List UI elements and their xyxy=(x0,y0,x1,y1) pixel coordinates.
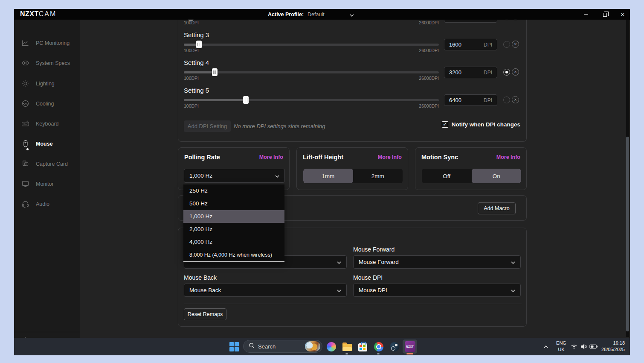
sidebar-item-pc-monitoring[interactable]: PC Monitoring xyxy=(14,33,80,53)
taskbar-microsoft-store[interactable] xyxy=(357,341,368,352)
polling-option-2000[interactable]: 2,000 Hz xyxy=(183,223,284,236)
dpi-value[interactable]: 800 xyxy=(449,20,458,20)
minimize-button[interactable] xyxy=(580,9,592,20)
motion-sync-title: Motion Sync xyxy=(421,154,458,161)
mouse-forward-label: Mouse Forward xyxy=(353,246,395,253)
taskbar-chrome[interactable] xyxy=(373,341,384,352)
language-indicator[interactable]: ENG UK xyxy=(554,340,569,353)
add-dpi-setting-button[interactable]: Add DPI Setting xyxy=(184,120,231,132)
tray-chevron-up[interactable] xyxy=(542,341,550,352)
dpi-value-field[interactable]: 1600 DPI xyxy=(444,39,497,50)
slider-max-label: 26000DPI xyxy=(184,20,439,25)
close-button[interactable]: × xyxy=(616,9,629,20)
dpi-value[interactable]: 1600 xyxy=(449,41,461,48)
remove-dpi-icon[interactable]: × xyxy=(512,68,519,76)
polling-rate-select[interactable]: 1,000 Hz xyxy=(184,169,285,183)
dpi-value[interactable]: 6400 xyxy=(449,97,461,103)
volume-muted-tray[interactable] xyxy=(580,341,588,352)
dpi-value-field[interactable]: 6400 DPI xyxy=(444,94,497,106)
sidebar-item-lighting[interactable]: Lighting xyxy=(14,73,80,94)
scrollbar-thumb[interactable] xyxy=(626,137,629,331)
sidebar-item-cooling[interactable]: Cooling xyxy=(14,94,80,114)
dpi-active-radio-selected[interactable] xyxy=(503,69,510,76)
dpi-value-field[interactable]: 800 DPI xyxy=(444,20,497,23)
motion-off-button[interactable]: Off xyxy=(422,169,472,183)
mouse-forward-select[interactable]: Mouse Forward xyxy=(353,255,521,269)
logo-cam: CAM xyxy=(39,10,57,18)
polling-option-500[interactable]: 500 Hz xyxy=(183,197,284,210)
sidebar-item-audio[interactable]: Audio xyxy=(14,194,80,214)
slider-handle[interactable] xyxy=(212,68,218,76)
taskbar-steam[interactable] xyxy=(389,341,400,352)
battery-tray[interactable] xyxy=(589,341,598,352)
search-highlight-image[interactable] xyxy=(305,341,320,351)
polling-option-250[interactable]: 250 Hz xyxy=(183,184,284,197)
taskbar-search[interactable]: Search xyxy=(243,340,322,353)
motion-more-info-link[interactable]: More Info xyxy=(496,154,520,160)
remove-dpi-icon[interactable]: × xyxy=(512,20,519,20)
polling-more-info-link[interactable]: More Info xyxy=(259,154,283,160)
polling-option-4000[interactable]: 4,000 Hz xyxy=(183,236,284,249)
taskbar-nzxt-cam-active[interactable]: NZXT xyxy=(403,340,417,354)
restore-button[interactable] xyxy=(598,9,611,20)
nzxt-active-indicator xyxy=(406,353,413,354)
language-line1: ENG xyxy=(554,340,569,346)
sidebar-item-label: System Specs xyxy=(36,60,70,66)
mouse-dpi-select[interactable]: Mouse DPI xyxy=(353,284,521,297)
dpi-row-5: Setting 5 100DPI 26000DPI 6400 DPI × xyxy=(178,87,527,113)
slider-handle[interactable] xyxy=(243,96,249,104)
sidebar-item-monitor[interactable]: Monitor xyxy=(14,174,80,194)
liftoff-2mm-button[interactable]: 2mm xyxy=(353,169,403,183)
mouse-back-value: Mouse Back xyxy=(189,287,221,293)
sidebar-item-label: Cooling xyxy=(36,101,54,107)
taskbar-file-explorer[interactable] xyxy=(342,341,352,352)
reset-remaps-button[interactable]: Reset Remaps xyxy=(184,308,226,320)
liftoff-1mm-button[interactable]: 1mm xyxy=(303,169,353,183)
dpi-slider[interactable] xyxy=(184,44,439,46)
dpi-row-2: 100DPI 26000DPI 800 DPI × xyxy=(178,20,527,30)
dpi-slider[interactable] xyxy=(184,71,439,73)
motion-on-button[interactable]: On xyxy=(472,169,522,183)
dpi-active-radio[interactable] xyxy=(503,41,510,48)
sidebar-item-label: Monitor xyxy=(36,181,54,187)
liftoff-more-info-link[interactable]: More Info xyxy=(378,154,402,160)
chevron-down-icon xyxy=(511,287,515,293)
dpi-value[interactable]: 3200 xyxy=(449,69,461,76)
taskbar-clock[interactable]: 16:18 28/05/2025 xyxy=(601,340,625,353)
sidebar-item-settings[interactable]: Settings xyxy=(14,331,80,338)
chrome-running-indicator xyxy=(377,353,380,354)
add-macro-button[interactable]: Add Macro xyxy=(478,202,516,214)
sidebar-item-capture-card[interactable]: Capture Card xyxy=(14,154,80,174)
liquid-cooler-icon xyxy=(21,99,30,108)
polling-rate-value: 1,000 Hz xyxy=(189,173,212,179)
sidebar-item-system-specs[interactable]: System Specs xyxy=(14,53,80,73)
sidebar-item-mouse[interactable]: Mouse xyxy=(14,134,80,154)
active-profile-value[interactable]: Default xyxy=(307,12,346,18)
taskbar-copilot[interactable] xyxy=(326,341,337,352)
logo-nzxt: NZXT xyxy=(20,10,39,18)
dpi-slider[interactable] xyxy=(184,99,439,101)
remove-dpi-icon[interactable]: × xyxy=(512,96,519,103)
sidebar-item-keyboard[interactable]: Keyboard xyxy=(14,114,80,134)
wifi-tray[interactable] xyxy=(570,341,578,352)
dpi-active-radio[interactable] xyxy=(503,97,510,103)
dpi-value-field[interactable]: 3200 DPI xyxy=(444,67,497,78)
clock-time: 16:18 xyxy=(601,340,625,346)
notify-checkbox-checked[interactable]: ✓ xyxy=(442,121,448,128)
dpi-active-radio[interactable] xyxy=(503,20,510,20)
notify-dpi-group: ✓ Notify when DPI changes xyxy=(442,121,520,128)
polling-option-1000-highlighted[interactable]: 1,000 Hz xyxy=(183,210,284,223)
dpi-row-4: Setting 4 100DPI 26000DPI 3200 DPI × xyxy=(178,59,527,85)
mouse-back-select[interactable]: Mouse Back xyxy=(184,284,347,297)
start-button[interactable] xyxy=(229,341,239,352)
chevron-down-icon[interactable] xyxy=(350,11,354,18)
liftoff-height-card: Lift-off Height More Info 1mm 2mm xyxy=(296,147,408,190)
line-chart-icon xyxy=(21,38,30,47)
liftoff-segment: 1mm 2mm xyxy=(303,169,403,183)
slider-handle[interactable] xyxy=(196,41,202,48)
polling-option-8000[interactable]: 8,000 Hz (4,000 Hz when wireless) xyxy=(183,249,284,261)
motion-sync-segment: Off On xyxy=(422,169,521,183)
mouse-back-label: Mouse Back xyxy=(184,274,217,281)
sidebar-item-label: Lighting xyxy=(36,81,55,87)
remove-dpi-icon[interactable]: × xyxy=(512,41,519,48)
